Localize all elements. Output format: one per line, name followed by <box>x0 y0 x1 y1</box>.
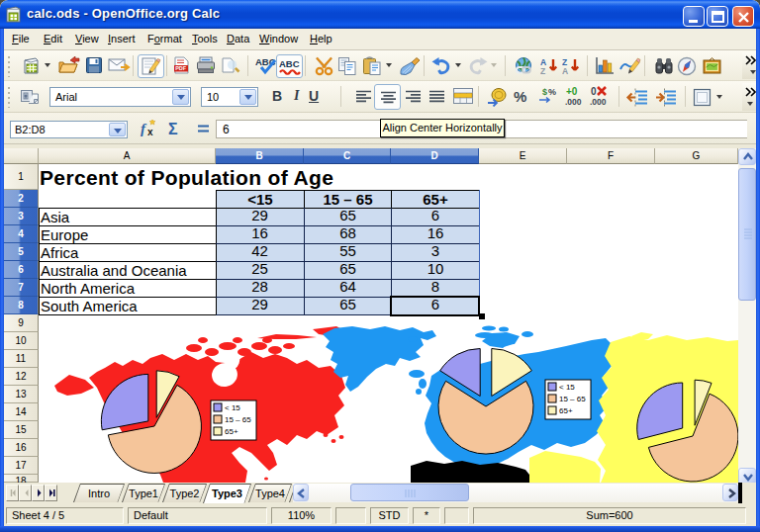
svg-text:PDF: PDF <box>175 65 187 71</box>
svg-text:65+: 65+ <box>559 406 573 415</box>
svg-text:x: x <box>147 127 153 137</box>
svg-text:ABC: ABC <box>279 58 300 69</box>
svg-text:65+: 65+ <box>225 427 238 436</box>
svg-text:15 – 65: 15 – 65 <box>225 415 251 424</box>
svg-text:0: 0 <box>591 86 597 97</box>
svg-text:Z: Z <box>540 66 545 76</box>
svg-text:A: A <box>562 66 568 76</box>
svg-text:.000: .000 <box>590 97 607 107</box>
svg-text:$: $ <box>542 87 547 97</box>
svg-text:< 15: < 15 <box>225 403 240 412</box>
svg-text:%: % <box>548 87 556 97</box>
svg-text:f: f <box>141 121 147 136</box>
svg-text:15 – 65: 15 – 65 <box>559 395 586 403</box>
svg-text:+0: +0 <box>566 86 578 97</box>
svg-text:Z: Z <box>562 57 567 67</box>
svg-text:Σ: Σ <box>168 121 178 137</box>
svg-text:.000: .000 <box>565 97 582 107</box>
svg-text:A: A <box>540 57 546 67</box>
svg-text:< 15: < 15 <box>559 383 575 392</box>
svg-text:%: % <box>514 88 526 105</box>
